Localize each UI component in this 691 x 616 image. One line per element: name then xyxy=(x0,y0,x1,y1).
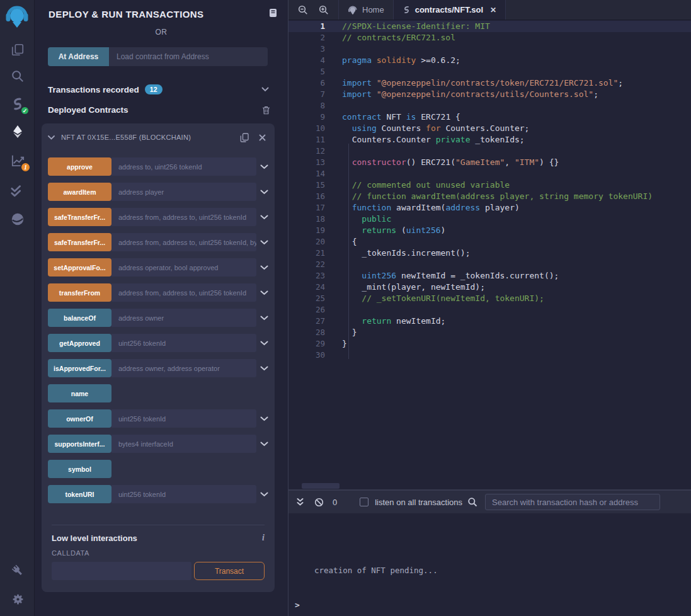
terminal-log-line: creation of NFT pending... xyxy=(314,566,438,575)
close-icon[interactable]: ✕ xyxy=(490,6,496,14)
clear-console-icon[interactable] xyxy=(314,498,324,507)
info-icon[interactable]: i xyxy=(262,533,265,543)
deployed-contract-instance: NFT AT 0X15E...E558F (BLOCKCHAIN) approv… xyxy=(42,123,275,592)
copy-icon[interactable] xyxy=(240,133,249,142)
tab-bar: Home contracts/NFT.sol ✕ xyxy=(288,0,691,20)
function-button[interactable]: setApprovalFo... xyxy=(48,258,111,277)
expand-function-chevron[interactable] xyxy=(256,366,268,371)
tab-nft-sol[interactable]: contracts/NFT.sol ✕ xyxy=(393,0,506,20)
at-address-button[interactable]: At Address xyxy=(48,47,109,66)
static-analysis-icon[interactable]: 1 xyxy=(9,152,26,168)
function-button[interactable]: approve xyxy=(48,157,111,176)
terminal-search-input[interactable] xyxy=(485,494,660,510)
function-row: safeTransferFr...address from, address t… xyxy=(48,208,268,226)
function-row: tokenURIuint256 tokenId xyxy=(48,485,268,503)
expand-terminal-icon[interactable] xyxy=(296,498,304,506)
function-button[interactable]: symbol xyxy=(48,460,111,478)
function-list: approveaddress to, uint256 tokenIdawardI… xyxy=(48,157,268,503)
terminal-toolbar: 0 listen on all transactions xyxy=(288,491,691,513)
function-button[interactable]: safeTransferFr... xyxy=(48,208,111,226)
search-icon[interactable] xyxy=(9,68,26,84)
function-row: approveaddress to, uint256 tokenId xyxy=(48,157,268,176)
chevron-down-icon[interactable] xyxy=(261,87,269,92)
chevron-down-icon[interactable] xyxy=(48,135,55,140)
deploy-run-icon[interactable] xyxy=(9,123,26,140)
function-button[interactable]: safeTransferFr... xyxy=(48,233,111,251)
editor-area: Home contracts/NFT.sol ✕ 1//SPDX-License… xyxy=(288,0,691,489)
low-level-interactions: Low level interactions i CALLDATA Transa… xyxy=(48,525,268,580)
function-params-input[interactable]: address owner xyxy=(111,309,256,327)
function-button[interactable]: tokenURI xyxy=(48,485,111,503)
horizontal-scrollbar[interactable] xyxy=(302,483,340,489)
function-button[interactable]: supportsInterf... xyxy=(48,435,111,453)
plugin-sphere-icon[interactable] xyxy=(9,211,26,227)
panel-title: DEPLOY & RUN TRANSACTIONS xyxy=(49,9,203,20)
calldata-input[interactable] xyxy=(52,562,191,580)
plugin-manager-icon[interactable] xyxy=(9,562,26,579)
transactions-recorded-row: Transactions recorded 12 xyxy=(48,84,269,94)
trash-icon[interactable] xyxy=(262,106,270,115)
unit-testing-icon[interactable] xyxy=(9,183,26,199)
file-explorer-icon[interactable] xyxy=(9,42,26,58)
or-separator: OR xyxy=(35,28,288,37)
expand-function-chevron[interactable] xyxy=(256,290,268,295)
function-params-input[interactable]: address owner, address operator xyxy=(111,359,256,377)
analysis-warning-badge: 1 xyxy=(20,162,31,173)
function-button[interactable]: balanceOf xyxy=(48,309,111,327)
tab-home[interactable]: Home xyxy=(338,0,393,20)
deployed-contracts-label: Deployed Contracts xyxy=(48,105,128,115)
compile-success-badge: ✓ xyxy=(20,106,30,115)
function-row: safeTransferFr...address from, address t… xyxy=(48,233,268,251)
function-button[interactable]: ownerOf xyxy=(48,409,111,428)
function-button[interactable]: getApproved xyxy=(48,334,111,352)
settings-gear-icon[interactable] xyxy=(9,591,26,607)
zoom-out-icon[interactable] xyxy=(298,5,308,15)
listen-label: listen on all transactions xyxy=(375,498,462,507)
function-params-input[interactable]: address player xyxy=(111,183,256,201)
function-params-input[interactable]: uint256 tokenId xyxy=(111,485,256,503)
function-params-input[interactable]: address from, address to, uint256 tokenI… xyxy=(111,208,256,226)
expand-function-chevron[interactable] xyxy=(256,316,268,321)
at-address-row: At Address Load contract from Address xyxy=(48,47,268,66)
function-params-input[interactable]: uint256 tokenId xyxy=(111,334,256,352)
documentation-book-icon[interactable] xyxy=(268,8,278,18)
remix-tab-icon xyxy=(348,5,358,15)
expand-function-chevron[interactable] xyxy=(256,240,268,245)
function-row: ownerOfuint256 tokenId xyxy=(48,409,268,428)
function-params-input[interactable]: uint256 tokenId xyxy=(111,409,256,428)
listen-checkbox[interactable] xyxy=(360,498,368,506)
function-params-input[interactable]: address to, uint256 tokenId xyxy=(111,157,256,176)
transact-button[interactable]: Transact xyxy=(194,562,265,580)
terminal-prompt: > xyxy=(295,600,300,610)
expand-function-chevron[interactable] xyxy=(256,215,268,220)
function-params-input[interactable]: bytes4 interfaceId xyxy=(111,435,256,453)
expand-function-chevron[interactable] xyxy=(256,265,268,270)
function-button[interactable]: transferFrom xyxy=(48,283,111,302)
function-params-input[interactable]: address from, address to, uint256 tokenI… xyxy=(111,283,256,302)
at-address-input[interactable]: Load contract from Address xyxy=(109,47,268,66)
function-params-input[interactable]: address from, address to, uint256 tokenI… xyxy=(111,233,256,251)
function-button[interactable]: isApprovedFor... xyxy=(48,359,111,377)
function-row: balanceOfaddress owner xyxy=(48,309,268,327)
function-params-input[interactable]: address operator, bool approved xyxy=(111,258,256,277)
solidity-compiler-icon[interactable]: ✓ xyxy=(9,96,26,112)
pending-tx-count: 0 xyxy=(333,498,337,507)
function-button[interactable]: awardItem xyxy=(48,183,111,201)
indent-guide xyxy=(348,144,349,359)
expand-function-chevron[interactable] xyxy=(256,416,268,421)
deployed-contracts-row: Deployed Contracts xyxy=(48,105,270,115)
expand-function-chevron[interactable] xyxy=(256,190,268,195)
close-icon[interactable] xyxy=(259,134,266,141)
solidity-file-icon xyxy=(403,5,411,14)
expand-function-chevron[interactable] xyxy=(256,492,268,497)
function-row: transferFromaddress from, address to, ui… xyxy=(48,283,268,302)
zoom-in-icon[interactable] xyxy=(319,5,329,15)
function-button[interactable]: name xyxy=(48,384,111,402)
expand-function-chevron[interactable] xyxy=(256,341,268,346)
code-editor[interactable]: 1//SPDX-License-Identifier: MIT2// contr… xyxy=(288,21,691,361)
remix-logo-icon[interactable] xyxy=(4,4,30,29)
instance-header[interactable]: NFT AT 0X15E...E558F (BLOCKCHAIN) xyxy=(48,130,268,145)
tab-nft-sol-label: contracts/NFT.sol xyxy=(415,5,483,14)
expand-function-chevron[interactable] xyxy=(256,442,268,447)
expand-function-chevron[interactable] xyxy=(256,164,268,169)
